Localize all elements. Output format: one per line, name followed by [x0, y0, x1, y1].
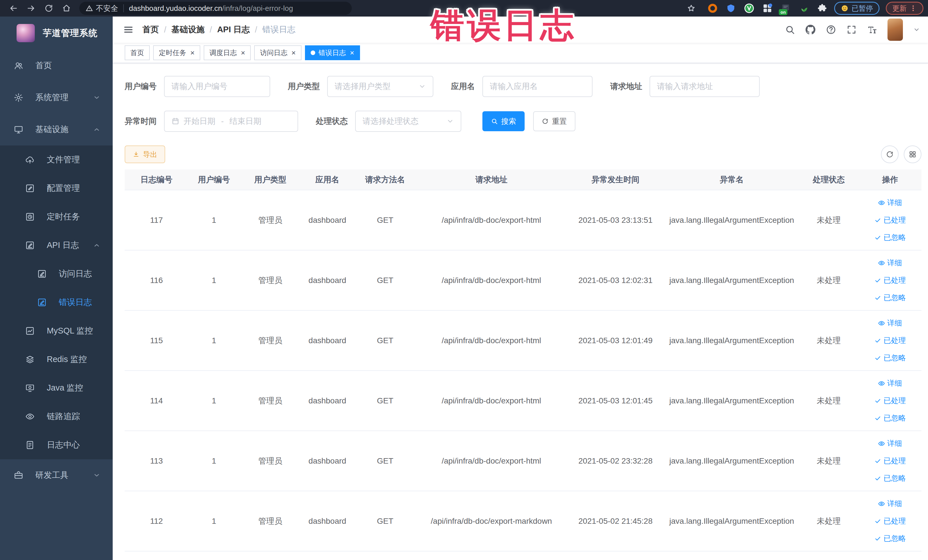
- bookmark-star-icon[interactable]: [687, 4, 696, 13]
- breadcrumb-item-home[interactable]: 首页: [142, 24, 159, 35]
- column-settings-button[interactable]: [904, 145, 922, 163]
- detail-link[interactable]: 详细: [878, 378, 902, 388]
- processed-link[interactable]: 已处理: [875, 336, 906, 345]
- chart-icon: [25, 326, 35, 336]
- error-time-range-picker[interactable]: 开始日期 - 结束日期: [164, 111, 298, 132]
- process-status-label: 处理状态: [316, 116, 348, 127]
- on-badge: on: [779, 9, 788, 15]
- export-button[interactable]: 导出: [125, 145, 165, 163]
- tab-schedule-log[interactable]: 调度日志×: [204, 45, 251, 60]
- sidebar-item-api-log[interactable]: API 日志: [0, 231, 113, 259]
- detail-link[interactable]: 详细: [878, 438, 902, 449]
- sidebar-item-scheduled-tasks[interactable]: 定时任务: [0, 203, 113, 231]
- sidebar-item-error-log[interactable]: 错误日志: [0, 288, 113, 317]
- sidebar-item-log-center[interactable]: 日志中心: [0, 431, 113, 459]
- detail-link[interactable]: 详细: [878, 258, 902, 268]
- logo-row[interactable]: 芋道管理系统: [0, 17, 113, 50]
- chevron-down-icon[interactable]: [913, 26, 920, 33]
- breadcrumb-item-infrastructure[interactable]: 基础设施: [171, 24, 205, 35]
- url-domain[interactable]: dashboard.yudao.iocoder.cn: [129, 4, 222, 13]
- ignored-link[interactable]: 已忽略: [875, 232, 906, 243]
- extension-grid-icon[interactable]: [762, 3, 773, 14]
- fullscreen-icon[interactable]: [846, 24, 857, 35]
- extension-orange-ring-icon[interactable]: [707, 3, 718, 14]
- sidebar-item-file-management[interactable]: 文件管理: [0, 145, 113, 174]
- sidebar-item-label: 链路追踪: [47, 411, 80, 422]
- detail-link[interactable]: 详细: [878, 499, 902, 509]
- sidebar-item-redis-monitor[interactable]: Redis 监控: [0, 345, 113, 374]
- processed-link[interactable]: 已处理: [875, 215, 906, 225]
- sidebar-item-label: 定时任务: [47, 211, 80, 223]
- gear-icon: [14, 93, 23, 102]
- cell-status: 未处理: [799, 491, 859, 551]
- sidebar-item-mysql-monitor[interactable]: MySQL 监控: [0, 317, 113, 345]
- close-icon[interactable]: ×: [241, 49, 245, 56]
- breadcrumb-separator: /: [164, 25, 166, 35]
- kebab-menu-icon[interactable]: [910, 5, 917, 12]
- url-path[interactable]: /infra/log/api-error-log: [222, 4, 293, 13]
- close-icon[interactable]: ×: [190, 49, 195, 56]
- extension-blue-shield-icon[interactable]: [725, 3, 737, 14]
- check-icon: [875, 415, 881, 422]
- ignored-link[interactable]: 已忽略: [875, 534, 906, 543]
- home-icon[interactable]: [62, 4, 71, 13]
- user-type-select[interactable]: 请选择用户类型: [327, 76, 433, 97]
- request-url-input[interactable]: [650, 76, 760, 97]
- update-badge[interactable]: 更新: [886, 2, 923, 15]
- close-icon[interactable]: ×: [291, 49, 296, 56]
- sidebar-item-trace[interactable]: 链路追踪: [0, 402, 113, 431]
- processed-link[interactable]: 已处理: [875, 456, 906, 466]
- reset-button[interactable]: 重置: [533, 111, 575, 131]
- sidebar-item-config-management[interactable]: 配置管理: [0, 174, 113, 203]
- detail-link[interactable]: 详细: [878, 198, 902, 208]
- process-status-select[interactable]: 请选择处理状态: [355, 111, 461, 132]
- sidebar-item-java-monitor[interactable]: Java 监控: [0, 374, 113, 402]
- security-label[interactable]: 不安全: [96, 3, 118, 14]
- ignored-link[interactable]: 已忽略: [875, 473, 906, 483]
- help-icon[interactable]: [826, 24, 836, 35]
- processed-link[interactable]: 已处理: [875, 516, 906, 526]
- paused-badge[interactable]: 已暂停: [834, 2, 879, 15]
- user-id-input[interactable]: [164, 76, 270, 97]
- processed-link[interactable]: 已处理: [875, 275, 906, 285]
- avatar[interactable]: [887, 18, 903, 41]
- smiley-icon: [841, 4, 849, 12]
- search-icon[interactable]: [785, 24, 795, 35]
- detail-link[interactable]: 详细: [878, 318, 902, 328]
- tab-access-log[interactable]: 访问日志×: [254, 45, 301, 60]
- processed-link[interactable]: 已处理: [875, 396, 906, 406]
- close-icon[interactable]: ×: [350, 49, 354, 56]
- reload-icon[interactable]: [44, 4, 53, 13]
- font-size-icon[interactable]: [867, 24, 877, 35]
- cell-method: GET: [354, 371, 417, 431]
- extension-on-badge-icon[interactable]: on: [780, 3, 791, 14]
- url-bar[interactable]: 不安全 dashboard.yudao.iocoder.cn /infra/lo…: [79, 2, 352, 15]
- tab-home[interactable]: 首页: [125, 45, 150, 60]
- sidebar-item-access-log[interactable]: 访问日志: [0, 259, 113, 288]
- ignored-link[interactable]: 已忽略: [875, 413, 906, 423]
- extension-leaf-icon[interactable]: [798, 3, 810, 14]
- ignored-link[interactable]: 已忽略: [875, 353, 906, 363]
- sidebar-item-infrastructure[interactable]: 基础设施: [0, 113, 113, 145]
- sidebar-item-system-management[interactable]: 系统管理: [0, 82, 113, 113]
- app-name-input[interactable]: [482, 76, 592, 97]
- search-button[interactable]: 搜索: [482, 111, 525, 131]
- cell-time: 2021-05-03 12:02:31: [566, 250, 665, 310]
- tab-error-log[interactable]: 错误日志×: [305, 45, 360, 60]
- tab-scheduled-tasks[interactable]: 定时任务×: [153, 45, 200, 60]
- sidebar-item-home[interactable]: 首页: [0, 50, 113, 82]
- chevron-down-icon: [93, 471, 101, 479]
- extension-puzzle-icon[interactable]: [817, 3, 828, 14]
- ignored-link[interactable]: 已忽略: [875, 293, 906, 303]
- breadcrumb-item-api-log[interactable]: API 日志: [217, 24, 250, 35]
- hamburger-icon[interactable]: [123, 24, 134, 35]
- app-title: 芋道管理系统: [43, 27, 98, 39]
- refresh-button[interactable]: [881, 145, 899, 163]
- github-icon[interactable]: [805, 24, 816, 35]
- table-row: 1141管理员dashboardGET/api/infra/db-doc/exp…: [125, 371, 922, 431]
- back-icon[interactable]: [9, 4, 18, 13]
- header-actions: [785, 18, 920, 41]
- extension-green-v-icon[interactable]: [743, 3, 755, 14]
- forward-icon[interactable]: [26, 4, 36, 13]
- sidebar-item-dev-tools[interactable]: 研发工具: [0, 459, 113, 491]
